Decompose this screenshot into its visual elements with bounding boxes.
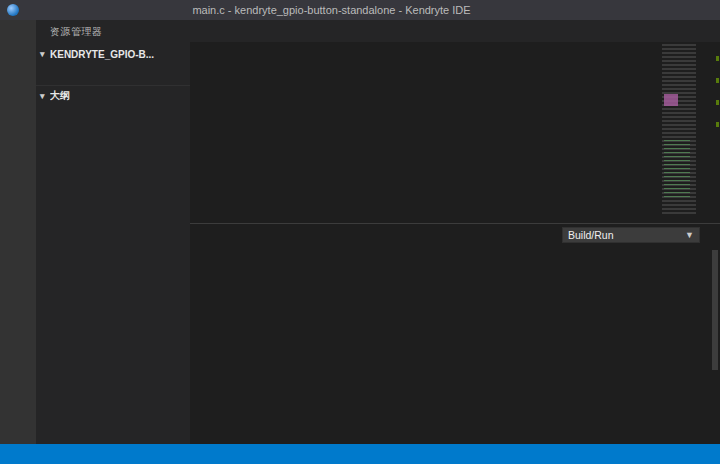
bottom-panel: Build/Run ▼ <box>190 223 720 444</box>
maximize-icon[interactable] <box>664 0 692 20</box>
chevron-down-icon: ▾ <box>40 49 50 59</box>
status-bar <box>0 444 720 464</box>
code-editor[interactable] <box>190 42 720 223</box>
app-body: 资源管理器 ▾ KENDRYTE_GPIO-B... ▾ 大纲 <box>0 20 720 444</box>
chevron-down-icon: ▾ <box>40 91 50 101</box>
sidebar-title: 资源管理器 <box>36 20 190 44</box>
minimap-git-region <box>664 140 690 200</box>
git-tick <box>716 100 719 105</box>
window-title: main.c - kendryte_gpio-button-standalone… <box>27 4 636 16</box>
outline-section: ▾ 大纲 <box>36 85 190 106</box>
overview-ruler <box>715 42 720 223</box>
minimap[interactable] <box>662 44 710 216</box>
git-tick <box>716 122 719 127</box>
editor-group: Build/Run ▼ <box>190 20 720 444</box>
outline-title: 大纲 <box>50 89 186 103</box>
minimap-highlight <box>664 94 678 106</box>
statusbar-left <box>0 444 4 464</box>
app-logo-icon <box>7 4 19 16</box>
panel-scrollbar[interactable] <box>712 250 718 370</box>
minimize-icon[interactable] <box>636 0 664 20</box>
explorer-section-header[interactable]: ▾ KENDRYTE_GPIO-B... <box>36 44 190 64</box>
tab-bar <box>190 20 720 42</box>
statusbar-right <box>714 444 720 464</box>
git-tick <box>716 78 719 83</box>
project-name: KENDRYTE_GPIO-B... <box>50 49 186 60</box>
window-controls <box>636 0 720 20</box>
editor-actions <box>700 20 720 42</box>
chevron-down-icon: ▼ <box>685 230 694 240</box>
git-tick <box>716 56 719 61</box>
titlebar: main.c - kendryte_gpio-button-standalone… <box>0 0 720 20</box>
activity-bar <box>0 20 36 444</box>
close-icon[interactable] <box>692 0 720 20</box>
outline-header[interactable]: ▾ 大纲 <box>36 86 190 106</box>
output-log[interactable] <box>190 240 720 444</box>
sidebar: 资源管理器 ▾ KENDRYTE_GPIO-B... ▾ 大纲 <box>36 20 190 444</box>
